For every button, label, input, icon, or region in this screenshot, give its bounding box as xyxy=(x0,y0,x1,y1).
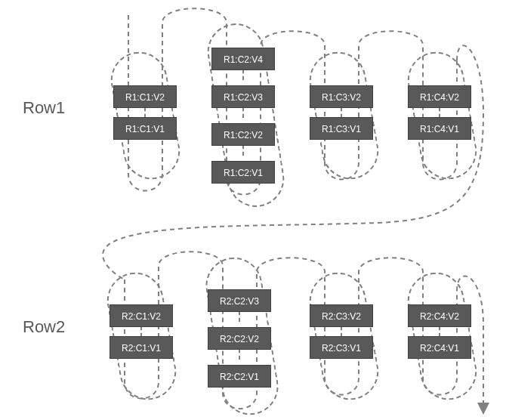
tick-r1c2-b xyxy=(242,107,244,118)
cell-r1c1v1: R1:C1:V1 xyxy=(113,117,177,140)
cell-r2c2v3: R2:C2:V3 xyxy=(208,289,271,312)
cell-r2c4v1: R2:C4:V1 xyxy=(408,336,471,359)
cell-r1c1v2: R1:C1:V2 xyxy=(113,85,177,108)
tick-r2c3 xyxy=(341,326,342,337)
cell-r1c4v2: R1:C4:V2 xyxy=(408,85,471,108)
tick-r2c2-b xyxy=(239,349,240,360)
tick-r1c2-a xyxy=(242,69,244,80)
tick-r2c1 xyxy=(140,326,142,337)
tick-r2c2-a xyxy=(239,311,240,322)
tick-r2c4 xyxy=(439,326,440,337)
cell-r1c2v2: R1:C2:V2 xyxy=(211,123,275,146)
cell-r2c2v1: R2:C2:V1 xyxy=(208,365,271,388)
cell-r1c2v4: R1:C2:V4 xyxy=(211,48,275,70)
cell-r1c2v3: R1:C2:V3 xyxy=(211,85,275,108)
row2-label: Row2 xyxy=(23,317,65,337)
row1-label: Row1 xyxy=(23,98,65,118)
cell-r2c4v2: R2:C4:V2 xyxy=(408,304,471,327)
tick-r1c3 xyxy=(341,107,342,118)
cell-r2c3v1: R2:C3:V1 xyxy=(310,336,373,359)
cell-r2c2v2: R2:C2:V2 xyxy=(208,327,271,350)
cell-r1c2v1: R1:C2:V1 xyxy=(211,161,275,184)
cell-r2c1v1: R2:C1:V1 xyxy=(110,336,173,359)
capsule-r1c4 xyxy=(403,48,481,184)
capsule-r1c3 xyxy=(305,48,383,184)
tick-r1c1 xyxy=(144,107,146,118)
cell-r1c4v1: R1:C4:V1 xyxy=(408,117,471,140)
cell-r1c3v1: R1:C3:V1 xyxy=(310,117,373,140)
cell-r2c1v2: R2:C1:V2 xyxy=(110,304,173,327)
diagram-canvas: Row1 Row2 R1:C1:V2 R1:C1:V1 R1:C2:V4 R1:… xyxy=(0,0,506,420)
cell-r1c3v2: R1:C3:V2 xyxy=(310,85,373,108)
tick-r1c2-c xyxy=(242,145,244,156)
cell-r2c3v2: R2:C3:V2 xyxy=(310,304,373,327)
tick-r1c4 xyxy=(439,107,440,118)
